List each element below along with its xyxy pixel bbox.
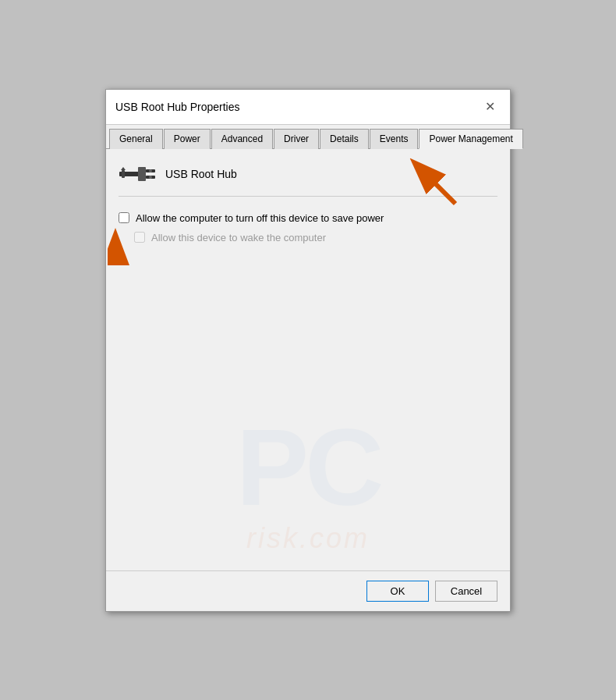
allow-wake-label: Allow this device to wake the computer [151,232,326,243]
svg-point-5 [149,169,152,172]
dialog-title: USB Root Hub Properties [115,101,240,113]
tab-bar: General Power Advanced Driver Details Ev… [106,125,510,149]
tab-general[interactable]: General [109,129,163,149]
dialog-window: USB Root Hub Properties ✕ General Power … [105,89,511,612]
svg-rect-7 [122,170,125,178]
dialog-footer: OK Cancel [106,570,510,611]
device-header: USB Root Hub [119,162,497,197]
tab-events[interactable]: Events [370,129,419,149]
power-options: Allow the computer to turn off this devi… [119,212,497,251]
usb-icon-svg [119,162,155,186]
tab-power-management[interactable]: Power Management [419,129,522,149]
tab-details[interactable]: Details [320,129,369,149]
option-row-1: Allow the computer to turn off this devi… [119,212,497,224]
usb-device-icon [119,162,156,187]
watermark-risk-text: risk.com [236,522,380,555]
watermark-pc-text: PC [236,413,380,522]
tab-power[interactable]: Power [164,129,211,149]
device-name-label: USB Root Hub [165,168,237,180]
ok-button[interactable]: OK [366,581,429,602]
cancel-button[interactable]: Cancel [435,581,497,602]
svg-point-6 [149,176,152,179]
title-bar: USB Root Hub Properties ✕ [106,90,510,125]
svg-marker-8 [121,167,126,170]
arrow-left-icon [108,226,150,268]
svg-rect-2 [138,167,146,181]
arrow-left-indicator [108,226,150,271]
tab-advanced[interactable]: Advanced [211,129,273,149]
option-row-2: Allow this device to wake the computer [134,232,326,243]
allow-turnoff-label: Allow the computer to turn off this devi… [136,212,384,224]
tab-content: USB Root Hub Allow the computer to turn … [106,149,510,570]
watermark: PC risk.com [236,413,380,555]
allow-turnoff-checkbox[interactable] [119,212,129,223]
tab-driver[interactable]: Driver [274,129,319,149]
close-button[interactable]: ✕ [479,96,501,118]
